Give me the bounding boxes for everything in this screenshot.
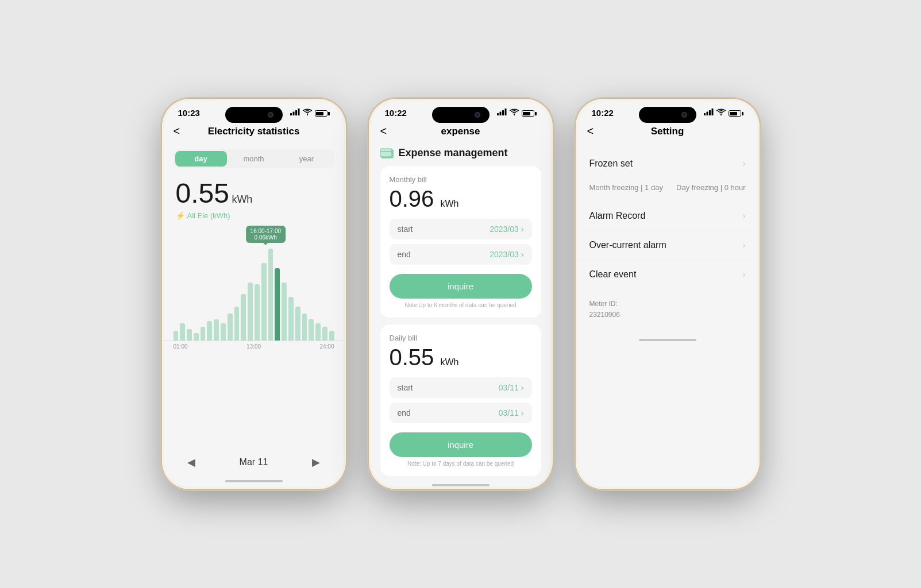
svg-rect-5 xyxy=(499,112,501,116)
bar-19 xyxy=(302,314,307,341)
monthly-label: Monthly bill xyxy=(390,175,532,184)
meter-id-area: Meter ID: 23210906 xyxy=(578,289,757,330)
setting-item-clear-event[interactable]: Clear event › xyxy=(578,260,757,289)
svg-rect-7 xyxy=(504,109,506,115)
svg-rect-0 xyxy=(290,113,292,115)
dynamic-island-2 xyxy=(432,107,490,123)
frozen-details: Month freezing | 1 day Day freezing | 0 … xyxy=(578,179,757,202)
next-arrow[interactable]: ▶ xyxy=(312,456,320,469)
bar-16 xyxy=(282,283,287,341)
meter-id-value: 23210906 xyxy=(589,310,746,320)
daily-note: Note: Up to 7 days of data can be querie… xyxy=(390,461,532,467)
status-icons-1 xyxy=(290,109,330,117)
back-button-1[interactable]: < xyxy=(174,125,191,138)
monthly-start-value: 2023/03 › xyxy=(490,225,523,234)
signal-icon-2 xyxy=(497,109,507,117)
page-title-3: Setting xyxy=(651,126,684,137)
status-time-1: 10:23 xyxy=(178,108,200,118)
daily-start-value: 03/11 › xyxy=(499,383,524,392)
stat-unit: kWh xyxy=(232,194,252,205)
tab-year[interactable]: year xyxy=(281,151,333,167)
status-bar-3: 10:22 xyxy=(578,101,757,120)
status-bar-2: 10:22 xyxy=(371,101,550,120)
monthly-bill-section: Monthly bill 0.96 kWh start 2023/03 › en… xyxy=(380,166,541,318)
back-button-2[interactable]: < xyxy=(380,125,398,138)
chevron-right-icon: › xyxy=(521,225,524,234)
daily-value: 0.55 kWh xyxy=(390,345,532,370)
wifi-icon-3 xyxy=(716,109,726,117)
svg-rect-1 xyxy=(292,112,294,116)
chevron-right-icon-2: › xyxy=(521,250,524,259)
setting-item-frozen-set[interactable]: Frozen set › xyxy=(578,149,757,179)
wifi-icon-2 xyxy=(510,109,519,117)
bar-23 xyxy=(329,331,334,341)
monthly-inquire-button[interactable]: inquire xyxy=(390,274,532,299)
home-indicator-3 xyxy=(578,334,757,346)
bar-10 xyxy=(241,294,246,341)
svg-rect-16 xyxy=(709,110,711,115)
bar-12 xyxy=(255,284,260,341)
camera-indicator-3 xyxy=(681,112,687,118)
bar-3 xyxy=(194,333,199,341)
daily-end-row[interactable]: end 03/11 › xyxy=(390,403,532,423)
expense-icon xyxy=(380,148,394,159)
bar-20 xyxy=(309,319,314,341)
home-indicator-1 xyxy=(164,475,344,487)
dynamic-island-1 xyxy=(225,107,283,123)
chart-x-labels: 01:00 13:00 24:00 xyxy=(174,341,334,352)
bar-0 xyxy=(174,331,179,341)
monthly-end-row[interactable]: end 2023/03 › xyxy=(390,244,532,265)
meter-id-label: Meter ID: xyxy=(589,299,746,310)
bar-14 xyxy=(268,249,273,341)
tab-day[interactable]: day xyxy=(175,151,227,167)
stat-number: 0.55 xyxy=(176,178,229,208)
back-button-3[interactable]: < xyxy=(587,125,604,138)
frozen-day-detail: Day freezing | 0 hour xyxy=(676,183,745,192)
battery-icon-2 xyxy=(522,109,537,117)
svg-rect-14 xyxy=(704,113,706,115)
tab-month[interactable]: month xyxy=(228,151,280,167)
signal-icon-3 xyxy=(704,109,714,117)
bar-15 xyxy=(275,268,280,341)
monthly-start-row[interactable]: start 2023/03 › xyxy=(390,219,532,239)
bar-11 xyxy=(248,283,253,341)
bar-4 xyxy=(201,327,206,341)
setting-list: Frozen set › Month freezing | 1 day Day … xyxy=(578,145,757,334)
daily-start-row[interactable]: start 03/11 › xyxy=(390,377,532,398)
monthly-end-value: 2023/03 › xyxy=(490,250,523,259)
svg-rect-12 xyxy=(380,149,392,157)
status-icons-2 xyxy=(497,109,537,117)
daily-end-value: 03/11 › xyxy=(499,408,524,417)
dynamic-island-3 xyxy=(639,107,696,123)
bar-17 xyxy=(288,297,294,341)
camera-indicator-2 xyxy=(475,112,480,118)
frozen-month-detail: Month freezing | 1 day xyxy=(589,183,663,192)
prev-arrow[interactable]: ◀ xyxy=(187,456,195,469)
bar-1 xyxy=(180,323,185,341)
bar-7 xyxy=(221,323,226,341)
nav-header-1: < Electricity statistics xyxy=(164,120,344,145)
setting-item-alarm-record[interactable]: Alarm Record › xyxy=(578,202,757,231)
expense-header: Expense management xyxy=(371,145,550,166)
svg-rect-4 xyxy=(497,113,499,115)
bar-21 xyxy=(315,323,321,341)
page-title-2: expense xyxy=(441,126,480,137)
stat-value-area: 0.55 kWh xyxy=(164,173,344,211)
daily-label: Daily bill xyxy=(390,334,532,342)
svg-rect-6 xyxy=(502,110,504,115)
chevron-right-icon-3: › xyxy=(521,383,524,392)
bottom-nav-1: ◀ Mar 11 ▶ xyxy=(164,449,344,475)
bar-2 xyxy=(187,329,192,341)
bar-9 xyxy=(234,307,240,341)
bar-8 xyxy=(228,314,233,341)
nav-header-3: < Setting xyxy=(578,120,757,145)
signal-icon-1 xyxy=(290,109,300,117)
status-icons-3 xyxy=(704,109,743,117)
setting-item-over-current[interactable]: Over-current alarm › xyxy=(578,231,757,260)
chart-tooltip: 16:00-17:00 0.06kWh xyxy=(246,226,286,243)
wifi-icon-1 xyxy=(303,109,312,117)
daily-bill-section: Daily bill 0.55 kWh start 03/11 › end 03… xyxy=(380,324,541,476)
daily-inquire-button[interactable]: inquire xyxy=(390,432,532,457)
tab-bar-1: day month year xyxy=(174,149,334,168)
svg-rect-15 xyxy=(706,112,708,116)
